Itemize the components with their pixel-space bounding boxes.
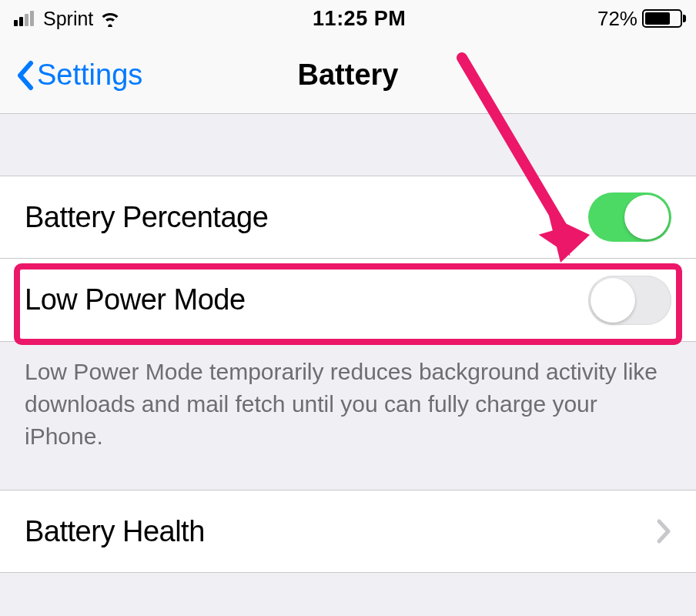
- carrier-label: Sprint: [43, 8, 93, 30]
- cell-label: Low Power Mode: [25, 283, 246, 316]
- chevron-left-icon: [15, 60, 34, 91]
- cell-label: Battery Percentage: [25, 201, 268, 234]
- low-power-footer-text: Low Power Mode temporarily reduces backg…: [0, 342, 696, 490]
- nav-header: Settings Battery: [0, 37, 696, 114]
- battery-icon: [642, 9, 682, 28]
- page-title: Battery: [298, 59, 399, 92]
- battery-percentage-toggle[interactable]: [588, 192, 671, 242]
- battery-percent-label: 72%: [597, 7, 637, 31]
- status-bar: Sprint 11:25 PM 72%: [0, 0, 696, 37]
- battery-percentage-cell: Battery Percentage: [0, 176, 696, 259]
- back-label: Settings: [37, 59, 142, 92]
- signal-icon: [14, 11, 34, 26]
- toggle-knob: [624, 195, 669, 239]
- low-power-mode-cell: Low Power Mode: [0, 259, 696, 342]
- status-bar-time: 11:25 PM: [313, 7, 406, 31]
- group-spacer: [0, 114, 696, 176]
- status-bar-left: Sprint: [14, 8, 121, 30]
- wifi-icon: [99, 10, 121, 27]
- chevron-right-icon: [656, 518, 671, 544]
- cell-label: Battery Health: [25, 515, 205, 548]
- battery-health-cell[interactable]: Battery Health: [0, 490, 696, 573]
- low-power-mode-toggle[interactable]: [588, 276, 671, 325]
- toggle-knob: [591, 278, 635, 323]
- back-button[interactable]: Settings: [0, 59, 142, 92]
- status-bar-right: 72%: [597, 7, 682, 31]
